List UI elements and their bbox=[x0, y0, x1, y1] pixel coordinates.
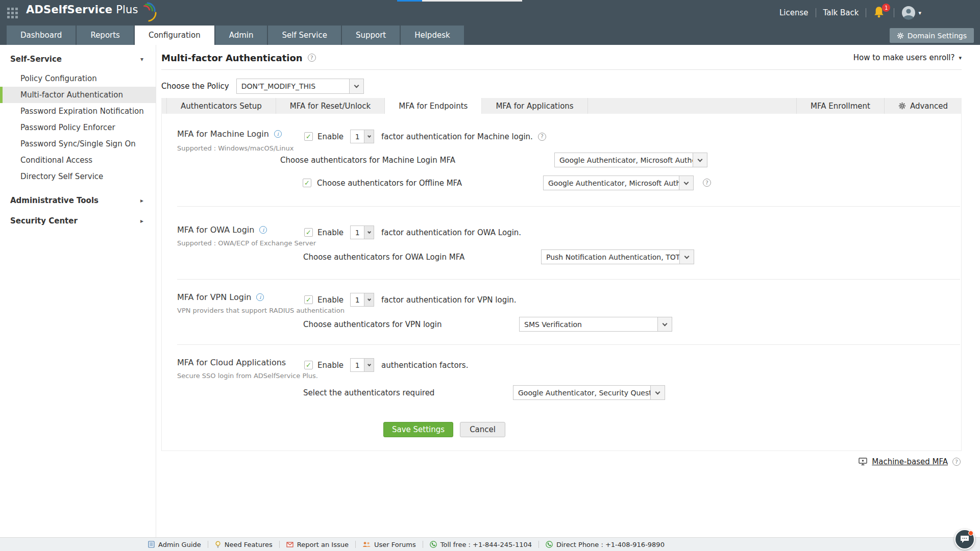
tab-mfa-for-applications[interactable]: MFA for Applications bbox=[482, 98, 587, 114]
vpn-authenticators-select[interactable]: SMS Verification bbox=[519, 317, 672, 332]
sidebar: Self-Service ▾ Policy Configuration Mult… bbox=[0, 45, 156, 537]
help-icon[interactable]: ? bbox=[703, 179, 711, 187]
policy-select[interactable]: DON'T_MODIFY_THIS bbox=[236, 79, 364, 94]
phone-icon bbox=[430, 541, 437, 548]
chat-notification-dot bbox=[968, 531, 973, 536]
help-icon[interactable]: ? bbox=[538, 133, 546, 141]
checkmark-icon: ✓ bbox=[306, 296, 311, 303]
document-icon bbox=[148, 541, 155, 548]
license-link[interactable]: License bbox=[779, 8, 808, 17]
user-forums-link[interactable]: User Forums bbox=[362, 541, 416, 548]
sidebar-item-multi-factor-authentication[interactable]: Multi-factor Authentication bbox=[0, 87, 156, 103]
factor-count-select[interactable]: 1 bbox=[350, 293, 374, 307]
help-icon[interactable]: ? bbox=[952, 458, 961, 466]
cancel-button[interactable]: Cancel bbox=[460, 422, 505, 437]
tab-mfa-for-endpoints[interactable]: MFA for Endpoints bbox=[385, 98, 482, 114]
nav-tab-self-service[interactable]: Self Service bbox=[268, 26, 340, 45]
sidebar-item-password-policy-enforcer[interactable]: Password Policy Enforcer bbox=[0, 119, 156, 136]
footer-separator bbox=[423, 541, 423, 548]
toll-free-phone[interactable]: Toll free : +1-844-245-1104 bbox=[430, 541, 532, 548]
topbar-separator bbox=[894, 8, 894, 17]
tab-mfa-enrollment[interactable]: MFA Enrollment bbox=[796, 98, 884, 114]
help-icon[interactable]: ? bbox=[308, 54, 316, 62]
factor-count-select[interactable]: 1 bbox=[350, 226, 374, 239]
sidebar-item-policy-configuration[interactable]: Policy Configuration bbox=[0, 70, 156, 87]
sidebar-item-password-sync-single-sign-on[interactable]: Password Sync/Single Sign On bbox=[0, 136, 156, 152]
nav-tab-dashboard[interactable]: Dashboard bbox=[7, 26, 76, 45]
notifications-bell-icon[interactable]: 1 bbox=[873, 6, 887, 20]
checkmark-icon: ✓ bbox=[306, 362, 311, 368]
gear-icon bbox=[898, 102, 906, 110]
cloud-authenticators-row: Select the authenticators required bbox=[303, 385, 434, 400]
nav-tab-configuration[interactable]: Configuration bbox=[135, 26, 214, 45]
machine-authenticators-select[interactable]: Google Authenticator, Microsoft Authe bbox=[554, 153, 707, 167]
info-icon[interactable]: i bbox=[274, 130, 282, 138]
choose-policy-label: Choose the Policy bbox=[161, 82, 229, 91]
domain-settings-button[interactable]: Domain Settings bbox=[890, 28, 974, 43]
nav-tab-admin[interactable]: Admin bbox=[215, 26, 267, 45]
checkbox-checked[interactable]: ✓ bbox=[304, 295, 313, 304]
footer-bar: Admin Guide Need Features Report an Issu… bbox=[0, 537, 980, 551]
talkback-link[interactable]: Talk Back bbox=[823, 8, 859, 17]
enable-label: Enable bbox=[317, 228, 344, 237]
envelope-icon bbox=[286, 542, 293, 547]
checkbox-checked[interactable]: ✓ bbox=[303, 179, 311, 187]
nav-tab-support[interactable]: Support bbox=[342, 26, 400, 45]
support-chat-button[interactable] bbox=[954, 529, 975, 549]
factor-count-select[interactable]: 1 bbox=[350, 130, 374, 143]
direct-phone[interactable]: Direct Phone : +1-408-916-9890 bbox=[546, 541, 665, 548]
machine-based-mfa-link[interactable]: Machine-based MFA bbox=[872, 457, 948, 466]
sidebar-item-directory-self-service[interactable]: Directory Self Service bbox=[0, 168, 156, 185]
sidebar-item-conditional-access[interactable]: Conditional Access bbox=[0, 152, 156, 168]
factor-count-select[interactable]: 1 bbox=[350, 358, 374, 372]
nav-tab-reports[interactable]: Reports bbox=[77, 26, 134, 45]
offline-authenticators-select[interactable]: Google Authenticator, Microsoft Authe bbox=[543, 176, 694, 190]
lightbulb-icon bbox=[215, 541, 221, 548]
divider bbox=[161, 69, 962, 70]
machine-mfa-icon bbox=[859, 458, 867, 466]
tab-authenticators-setup[interactable]: Authenticators Setup bbox=[166, 98, 276, 114]
owa-authenticators-select[interactable]: Push Notification Authentication, TOT bbox=[541, 249, 694, 264]
checkmark-icon: ✓ bbox=[306, 229, 311, 236]
sidebar-group-administrative-tools[interactable]: Administrative Tools ▸ bbox=[0, 194, 156, 207]
app-window: ADSelfService Plus License Talk Back 1 bbox=[0, 0, 980, 551]
user-avatar-icon bbox=[901, 6, 916, 20]
app-logo[interactable]: ADSelfService Plus bbox=[26, 4, 157, 22]
checkbox-checked[interactable]: ✓ bbox=[304, 132, 313, 141]
main-nav-tabs: Dashboard Reports Configuration Admin Se… bbox=[7, 26, 464, 45]
chevron-right-icon: ▸ bbox=[140, 214, 143, 228]
nav-tab-helpdesk[interactable]: Helpdesk bbox=[401, 26, 463, 45]
checkbox-checked[interactable]: ✓ bbox=[304, 228, 313, 237]
topbar-separator bbox=[816, 8, 816, 17]
checkbox-checked[interactable]: ✓ bbox=[304, 361, 313, 369]
tab-advanced[interactable]: Advanced bbox=[884, 98, 962, 114]
tab-mfa-for-reset-unlock[interactable]: MFA for Reset/Unlock bbox=[276, 98, 385, 114]
vpn-enable-row: ✓ Enable 1 factor authentication for VPN… bbox=[304, 292, 517, 307]
cloud-authenticators-select[interactable]: Google Authenticator, Security Questi bbox=[513, 385, 665, 400]
need-features-link[interactable]: Need Features bbox=[215, 541, 273, 548]
enable-label: Enable bbox=[317, 361, 344, 370]
mfa-tab-bar: Authenticators Setup MFA for Reset/Unloc… bbox=[161, 98, 962, 114]
mfa-endpoints-panel: MFA for Machine Login i Supported : Wind… bbox=[161, 114, 962, 451]
how-to-enroll-dropdown[interactable]: How to make users enroll? ▾ bbox=[853, 53, 962, 62]
sidebar-item-password-expiration-notification[interactable]: Password Expiration Notification bbox=[0, 103, 156, 119]
sidebar-group-security-center[interactable]: Security Center ▸ bbox=[0, 214, 156, 228]
save-settings-button[interactable]: Save Settings bbox=[383, 422, 453, 437]
apps-grid-icon[interactable] bbox=[7, 8, 18, 18]
page-load-progress-bar bbox=[397, 0, 522, 2]
chevron-down-icon bbox=[657, 317, 672, 331]
chevron-down-icon bbox=[349, 79, 363, 93]
checkmark-icon: ✓ bbox=[306, 133, 311, 140]
footer-separator bbox=[355, 541, 356, 548]
enable-label: Enable bbox=[317, 132, 344, 141]
admin-guide-link[interactable]: Admin Guide bbox=[148, 541, 201, 548]
section-subtitle: Supported : OWA/ECP of Exchange Server bbox=[177, 239, 316, 247]
info-icon[interactable]: i bbox=[259, 226, 267, 234]
chevron-right-icon: ▸ bbox=[140, 194, 143, 207]
sidebar-group-self-service[interactable]: Self-Service ▾ bbox=[0, 53, 156, 65]
user-account-menu[interactable]: ▾ bbox=[901, 6, 921, 20]
chevron-down-icon: ▾ bbox=[959, 55, 962, 61]
info-icon[interactable]: i bbox=[256, 293, 264, 301]
page-title: Multi-factor Authentication bbox=[161, 53, 303, 63]
report-issue-link[interactable]: Report an Issue bbox=[286, 541, 349, 548]
